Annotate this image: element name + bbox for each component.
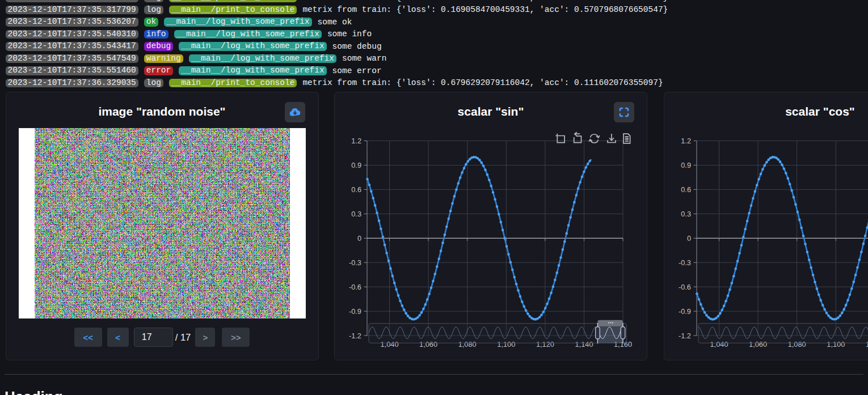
svg-text:0.3: 0.3	[681, 209, 691, 218]
svg-text:0.6: 0.6	[351, 185, 361, 193]
svg-text:-0.6: -0.6	[349, 282, 361, 291]
svg-text:-0.3: -0.3	[349, 258, 361, 266]
svg-text:-0.9: -0.9	[349, 307, 361, 315]
svg-text:0: 0	[357, 233, 361, 242]
svg-text:0.3: 0.3	[351, 209, 361, 218]
svg-text:-1.2: -1.2	[678, 331, 690, 339]
svg-text:-1.2: -1.2	[349, 331, 361, 339]
svg-text:-0.3: -0.3	[678, 258, 690, 266]
svg-text:0.9: 0.9	[681, 160, 691, 169]
svg-text:0: 0	[686, 233, 690, 242]
svg-text:0.6: 0.6	[681, 185, 691, 193]
svg-text:-0.6: -0.6	[678, 282, 690, 291]
svg-text:0.9: 0.9	[351, 160, 361, 169]
svg-text:1.2: 1.2	[681, 137, 691, 145]
svg-text:-0.9: -0.9	[678, 307, 690, 315]
svg-text:1.2: 1.2	[351, 137, 361, 145]
